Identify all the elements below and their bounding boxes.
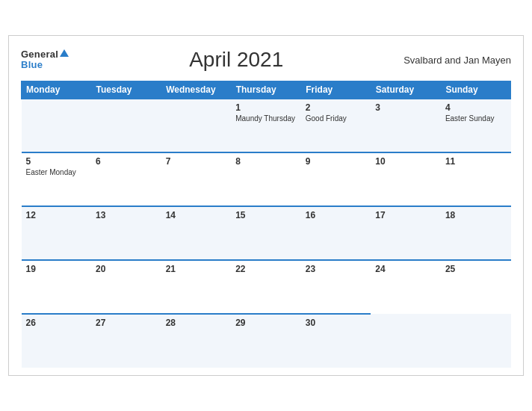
calendar-cell (371, 314, 441, 368)
day-number: 20 (96, 264, 157, 274)
day-number: 5 (26, 156, 87, 167)
calendar-week-row: 5Easter Monday67891011 (22, 152, 511, 206)
calendar-cell: 4Easter Sunday (441, 99, 511, 152)
day-number: 12 (26, 210, 87, 220)
calendar-cell: 23 (301, 260, 371, 314)
calendar-cell (91, 99, 161, 152)
weekday-header-friday: Friday (301, 81, 371, 99)
day-number: 17 (375, 210, 436, 220)
logo-blue-text: Blue (21, 60, 69, 70)
calendar-cell: 21 (161, 260, 232, 314)
calendar-cell: 5Easter Monday (22, 152, 92, 206)
day-number: 27 (96, 318, 157, 328)
region-label: Svalbard and Jan Mayen (403, 55, 511, 66)
logo: General Blue (21, 49, 69, 71)
day-number: 16 (306, 210, 367, 220)
calendar-week-row: 2627282930 (22, 314, 511, 368)
weekday-header-thursday: Thursday (231, 81, 301, 99)
calendar-cell (441, 314, 511, 368)
calendar-cell: 26 (22, 314, 92, 368)
calendar-cell: 3 (371, 99, 441, 152)
day-number: 28 (166, 318, 227, 328)
day-number: 25 (445, 264, 507, 274)
calendar-cell: 1Maundy Thursday (231, 99, 301, 152)
month-title: April 2021 (69, 48, 403, 72)
day-number: 3 (375, 102, 436, 113)
holiday-text: Maundy Thursday (235, 114, 297, 123)
calendar-cell: 15 (231, 206, 301, 260)
day-number: 24 (375, 264, 436, 274)
calendar-cell (22, 99, 92, 152)
day-number: 4 (445, 102, 507, 113)
day-number: 8 (235, 156, 297, 167)
calendar-cell: 17 (371, 206, 441, 260)
calendar-week-row: 1Maundy Thursday2Good Friday34Easter Sun… (22, 99, 511, 152)
calendar-body: 1Maundy Thursday2Good Friday34Easter Sun… (22, 99, 511, 368)
day-number: 9 (306, 156, 367, 167)
day-number: 21 (166, 264, 227, 274)
day-number: 30 (306, 318, 367, 328)
calendar-week-row: 19202122232425 (22, 260, 511, 314)
day-number: 19 (26, 264, 87, 274)
calendar-cell: 10 (371, 152, 441, 206)
calendar-cell: 6 (91, 152, 161, 206)
calendar-cell (161, 99, 232, 152)
day-number: 26 (26, 318, 87, 328)
day-number: 11 (445, 156, 507, 167)
weekday-header-saturday: Saturday (371, 81, 441, 99)
calendar-cell: 18 (441, 206, 511, 260)
day-number: 6 (96, 156, 157, 167)
logo-triangle-icon (60, 49, 69, 57)
holiday-text: Easter Sunday (445, 114, 507, 123)
day-number: 1 (235, 102, 297, 113)
calendar-cell: 25 (441, 260, 511, 314)
day-number: 29 (235, 318, 297, 328)
calendar-header: General Blue April 2021 Svalbard and Jan… (21, 48, 511, 72)
calendar-cell: 24 (371, 260, 441, 314)
calendar-cell: 20 (91, 260, 161, 314)
day-number: 7 (166, 156, 227, 167)
calendar-cell: 27 (91, 314, 161, 368)
holiday-text: Good Friday (306, 114, 367, 123)
calendar-cell: 29 (231, 314, 301, 368)
calendar-cell: 22 (231, 260, 301, 314)
calendar-cell: 7 (161, 152, 232, 206)
day-number: 2 (306, 102, 367, 113)
calendar-cell: 14 (161, 206, 232, 260)
calendar-cell: 12 (22, 206, 92, 260)
calendar-cell: 8 (231, 152, 301, 206)
logo-general-text: General (21, 49, 69, 60)
calendar-cell: 30 (301, 314, 371, 368)
weekday-header-sunday: Sunday (441, 81, 511, 99)
day-number: 22 (235, 264, 297, 274)
weekday-header-wednesday: Wednesday (161, 81, 232, 99)
weekday-header-row: MondayTuesdayWednesdayThursdayFridaySatu… (22, 81, 511, 99)
calendar-week-row: 12131415161718 (22, 206, 511, 260)
calendar-cell: 2Good Friday (301, 99, 371, 152)
day-number: 14 (166, 210, 227, 220)
day-number: 23 (306, 264, 367, 274)
day-number: 18 (445, 210, 507, 220)
day-number: 10 (375, 156, 436, 167)
weekday-header-tuesday: Tuesday (91, 81, 161, 99)
calendar-cell: 28 (161, 314, 232, 368)
calendar-table: MondayTuesdayWednesdayThursdayFridaySatu… (21, 81, 511, 368)
calendar-container: General Blue April 2021 Svalbard and Jan… (8, 35, 524, 376)
day-number: 13 (96, 210, 157, 220)
calendar-cell: 19 (22, 260, 92, 314)
day-number: 15 (235, 210, 297, 220)
calendar-cell: 16 (301, 206, 371, 260)
calendar-cell: 13 (91, 206, 161, 260)
weekday-header-monday: Monday (22, 81, 92, 99)
calendar-cell: 11 (441, 152, 511, 206)
calendar-cell: 9 (301, 152, 371, 206)
holiday-text: Easter Monday (26, 168, 87, 176)
